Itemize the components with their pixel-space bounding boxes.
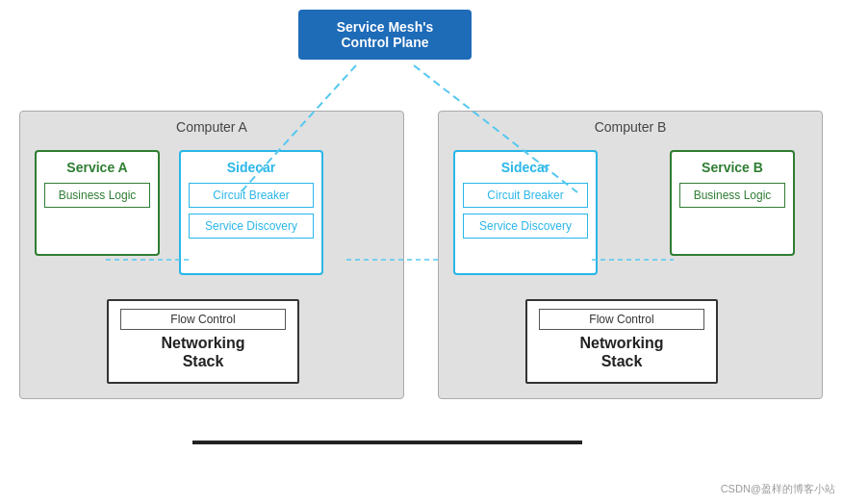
sidecar-a-box: Sidecar Circuit Breaker Service Discover… bbox=[179, 150, 323, 275]
sidecar-a-service-discovery: Service Discovery bbox=[189, 214, 314, 239]
sidecar-a-circuit-breaker: Circuit Breaker bbox=[189, 183, 314, 208]
sidecar-b-title: Sidecar bbox=[463, 160, 588, 175]
sidecar-b-service-discovery: Service Discovery bbox=[463, 214, 588, 239]
computer-a: Computer A Service A Business Logic Side… bbox=[19, 111, 404, 399]
service-a-title: Service A bbox=[44, 160, 150, 175]
networking-stack-b-label: NetworkingStack bbox=[539, 334, 704, 370]
diagram-container: Service Mesh's Control Plane Computer A … bbox=[0, 0, 843, 504]
service-b-title: Service B bbox=[679, 160, 785, 175]
control-plane-box: Service Mesh's Control Plane bbox=[298, 10, 472, 60]
service-b-business-logic: Business Logic bbox=[679, 183, 785, 208]
computer-a-label: Computer A bbox=[176, 119, 247, 135]
networking-stack-b-flow-control: Flow Control bbox=[539, 309, 704, 330]
sidecar-b-circuit-breaker: Circuit Breaker bbox=[463, 183, 588, 208]
control-plane-label: Service Mesh's Control Plane bbox=[337, 19, 434, 50]
sidecar-b-box: Sidecar Circuit Breaker Service Discover… bbox=[453, 150, 598, 275]
service-a-business-logic: Business Logic bbox=[44, 183, 150, 208]
service-a-box: Service A Business Logic bbox=[35, 150, 160, 256]
networking-stack-a: Flow Control NetworkingStack bbox=[107, 299, 299, 384]
networking-stack-a-label: NetworkingStack bbox=[120, 334, 286, 370]
watermark: CSDN@盈样的博客小站 bbox=[721, 482, 835, 496]
computer-b: Computer B Sidecar Circuit Breaker Servi… bbox=[438, 111, 823, 399]
networking-stack-a-flow-control: Flow Control bbox=[120, 309, 286, 330]
service-b-box: Service B Business Logic bbox=[670, 150, 795, 256]
sidecar-a-title: Sidecar bbox=[189, 160, 314, 175]
networking-stack-b: Flow Control NetworkingStack bbox=[525, 299, 718, 384]
computer-b-label: Computer B bbox=[595, 119, 667, 135]
